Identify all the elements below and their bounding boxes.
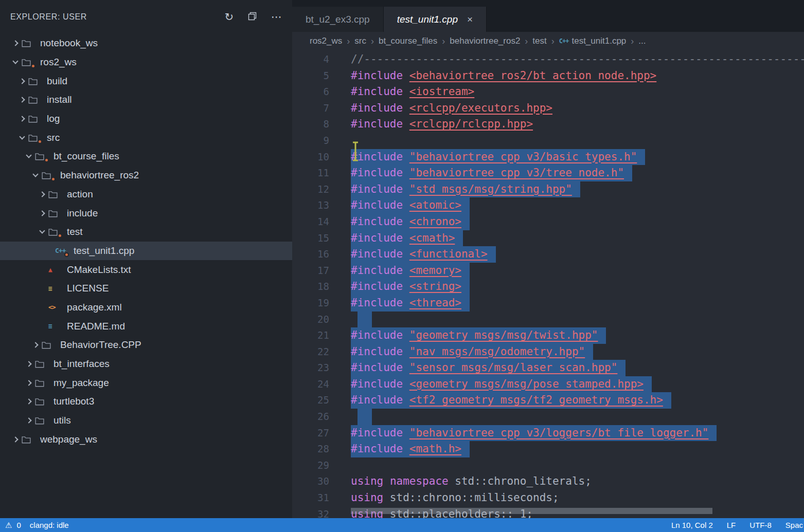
tree-item-ros2-ws[interactable]: ros2_ws	[0, 53, 292, 72]
refresh-icon[interactable]: ↻	[224, 11, 234, 23]
tab-bar: bt_u2_ex3.cpptest_unit1.cpp×	[292, 0, 804, 32]
code-line[interactable]: 22#include "nav_msgs/msg/odometry.hpp"	[292, 344, 804, 360]
code-line[interactable]: 21#include "geometry_msgs/msg/twist.hpp"	[292, 327, 804, 344]
code-line[interactable]: 13#include <atomic>	[292, 197, 804, 214]
more-actions-icon[interactable]: ⋯	[271, 11, 282, 23]
tree-item-test-unit1-cpp[interactable]: C++test_unit1.cpp	[0, 242, 292, 261]
tree-item-behaviortree-cpp[interactable]: BehaviorTree.CPP	[0, 336, 292, 355]
code-line[interactable]: 15#include <cmath>	[292, 230, 804, 247]
tree-item-action[interactable]: action	[0, 185, 292, 204]
status-item-ln-10-col-2[interactable]: Ln 10, Col 2	[671, 521, 713, 529]
status-item-spac[interactable]: Spac	[785, 521, 803, 529]
chevron-right-icon	[36, 192, 48, 196]
file-icon-glyph: ▲	[48, 266, 52, 273]
problems-count[interactable]: 0	[16, 521, 21, 529]
tree-item-notebook-ws[interactable]: notebook_ws	[0, 34, 292, 53]
tree-item-license[interactable]: ≡LICENSE	[0, 279, 292, 298]
code-line[interactable]: 27#include "behaviortree_cpp_v3/loggers/…	[292, 425, 804, 442]
tree-item-label: src	[47, 132, 60, 143]
warning-icon[interactable]: ⚠	[5, 521, 12, 530]
code-line[interactable]: 20	[292, 311, 804, 328]
code-token: #include	[351, 394, 403, 406]
code-line[interactable]: 8#include <rclcpp/rclcpp.hpp>	[292, 116, 804, 133]
tree-item-cmakelists-txt[interactable]: ▲CMakeLists.txt	[0, 260, 292, 279]
tree-item-turtlebot3[interactable]: turtlebot3	[0, 392, 292, 411]
code-line[interactable]: 7#include <rclcpp/executors.hpp>	[292, 100, 804, 117]
code-line[interactable]: 19#include <thread>	[292, 295, 804, 311]
code-line[interactable]: 5#include <behaviortree_ros2/bt_action_n…	[292, 68, 804, 84]
tab-test-unit1-cpp[interactable]: test_unit1.cpp×	[384, 7, 487, 32]
tree-item-label: ros2_ws	[40, 57, 77, 68]
code-line[interactable]: 9	[292, 133, 804, 149]
code-line[interactable]: 18#include <string>	[292, 279, 804, 295]
breadcrumb-item-behaviortree-ros2[interactable]: behaviortree_ros2	[450, 36, 520, 46]
file-tree: notebook_wsros2_wsbuildinstalllogsrcbt_c…	[0, 34, 292, 449]
code-line[interactable]: 26	[292, 409, 804, 425]
tree-item-bt-course-files[interactable]: bt_course_files	[0, 147, 292, 166]
tree-item-test[interactable]: test	[0, 223, 292, 242]
code-token	[403, 118, 409, 130]
tree-item-install[interactable]: install	[0, 90, 292, 109]
horizontal-scrollbar[interactable]	[351, 508, 712, 514]
breadcrumb-item-bt-course-files[interactable]: bt_course_files	[379, 36, 437, 46]
tree-item-utils[interactable]: utils	[0, 411, 292, 430]
tree-item-label: include	[67, 208, 98, 219]
breadcrumb-item-test-unit1-cpp[interactable]: C++test_unit1.cpp	[559, 36, 627, 46]
tree-item-label: BehaviorTree.CPP	[60, 339, 141, 351]
code-line[interactable]: 11#include "behaviortree_cpp_v3/tree_nod…	[292, 165, 804, 181]
tree-item-readme-md[interactable]: ≡README.md	[0, 317, 292, 336]
code-line[interactable]: 25#include <tf2_geometry_msgs/tf2_geomet…	[292, 392, 804, 409]
git-modified-badge	[44, 158, 49, 162]
code-line[interactable]: 24#include <geometry_msgs/msg/pose_stamp…	[292, 376, 804, 393]
language-server-status[interactable]: clangd: idle	[30, 521, 69, 529]
folder-icon	[22, 57, 35, 68]
tree-item-src[interactable]: src	[0, 128, 292, 147]
close-icon[interactable]: ×	[467, 14, 473, 25]
tree-item-label: notebook_ws	[40, 38, 98, 49]
explorer-title: EXPLORER: USER	[10, 12, 87, 22]
line-number: 11	[292, 165, 329, 181]
code-line[interactable]: 16#include <functional>	[292, 246, 804, 263]
code-token	[403, 427, 409, 439]
tree-item-behaviortree-ros2[interactable]: behaviortree_ros2	[0, 166, 292, 185]
collapse-folders-icon-svg	[248, 12, 257, 21]
tree-item-build[interactable]: build	[0, 71, 292, 90]
status-item-utf-8[interactable]: UTF-8	[749, 521, 772, 529]
line-number: 21	[292, 327, 329, 344]
breadcrumb-item-src[interactable]: src	[354, 36, 366, 46]
code-editor[interactable]: 4//-------------------------------------…	[292, 50, 804, 518]
selection-highlight: #include <math.h>	[351, 441, 470, 457]
code-line[interactable]: 30using namespace std::chrono_literals;	[292, 473, 804, 490]
folder-icon	[28, 132, 42, 143]
line-number: 31	[292, 490, 329, 506]
folder-icon	[35, 151, 49, 162]
tab-bt-u2-ex3-cpp[interactable]: bt_u2_ex3.cpp	[292, 7, 384, 32]
code-line[interactable]: 17#include <memory>	[292, 263, 804, 279]
tree-item-package-xml[interactable]: <>package.xml	[0, 298, 292, 317]
breadcrumb-item--[interactable]: ...	[638, 36, 646, 46]
collapse-folders-icon[interactable]	[248, 11, 257, 23]
tree-item-include[interactable]: include	[0, 204, 292, 223]
code-line[interactable]: 12#include "std_msgs/msg/string.hpp"	[292, 181, 804, 198]
code-line[interactable]: 23#include "sensor_msgs/msg/laser_scan.h…	[292, 360, 804, 376]
code-line[interactable]: 28#include <math.h>	[292, 441, 804, 457]
code-line[interactable]: 29	[292, 457, 804, 474]
code-token	[403, 102, 409, 114]
tree-item-label: utils	[53, 415, 71, 426]
breadcrumb-label: ...	[638, 36, 646, 46]
file-icon-glyph: ≡	[48, 285, 52, 292]
tree-item-log[interactable]: log	[0, 109, 292, 129]
code-line[interactable]: 14#include <chrono>	[292, 214, 804, 230]
code-line[interactable]: 10#include "behaviortree_cpp_v3/basic_ty…	[292, 149, 804, 166]
breadcrumb-item-test[interactable]: test	[532, 36, 546, 46]
code-token	[403, 394, 409, 406]
status-item-lf[interactable]: LF	[727, 521, 736, 529]
tree-item-webpage-ws[interactable]: webpage_ws	[0, 430, 292, 449]
tree-item-my-package[interactable]: my_package	[0, 373, 292, 392]
code-line[interactable]: 6#include <iostream>	[292, 84, 804, 100]
code-line[interactable]: 4//-------------------------------------…	[292, 51, 804, 68]
tree-item-bt-interfaces[interactable]: bt_interfaces	[0, 355, 292, 374]
tree-item-label: my_package	[53, 377, 109, 389]
code-line[interactable]: 31using std::chrono::milliseconds;	[292, 490, 804, 506]
breadcrumb-item-ros2-ws[interactable]: ros2_ws	[310, 36, 342, 46]
